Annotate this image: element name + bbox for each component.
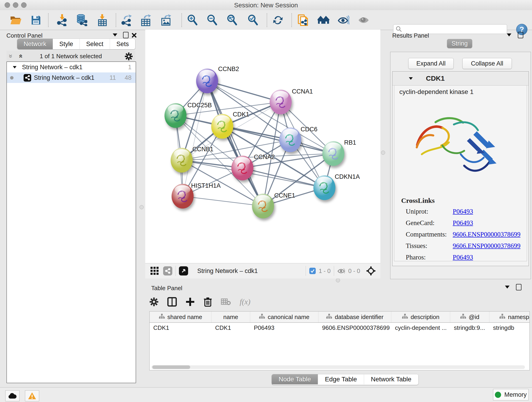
first-neighbors-icon[interactable] — [317, 14, 329, 26]
selected-checkbox-icon[interactable] — [309, 268, 316, 274]
show-columns-icon[interactable] — [167, 297, 177, 307]
gene-section-header[interactable]: CDK1 — [393, 71, 529, 85]
column-header-shared-name[interactable]: shared name — [150, 312, 211, 322]
table-cell[interactable]: stringdb:9... — [450, 324, 489, 332]
crosslink-link[interactable]: 9606.ENSP00000378699 — [453, 242, 520, 249]
import-network-database-icon[interactable] — [76, 14, 88, 26]
column-label: shared name — [167, 313, 202, 321]
column-header-database-identifier[interactable]: database identifier — [318, 312, 391, 322]
function-builder-icon[interactable]: f(x) — [240, 298, 250, 306]
tab-select[interactable]: Select — [80, 39, 110, 49]
delete-trash-icon[interactable] — [203, 297, 212, 307]
tab-node-table[interactable]: Node Table — [272, 374, 318, 384]
apply-layout-icon[interactable] — [272, 14, 284, 26]
bottom-splitter-handle[interactable] — [336, 278, 340, 282]
node-CCNB2[interactable] — [196, 69, 218, 93]
right-splitter-handle[interactable] — [381, 151, 385, 155]
show-all-icon[interactable] — [358, 14, 370, 26]
expand-all-button[interactable]: Expand All — [408, 58, 454, 69]
column-header-namespace[interactable]: namespace — [489, 312, 530, 322]
table-row[interactable]: CDK1CDK1P064939606.ENSP00000378699cyclin… — [150, 323, 530, 333]
table-cell[interactable]: 9606.ENSP00000378699 — [318, 324, 391, 332]
node-gloss — [317, 177, 332, 185]
tab-sets[interactable]: Sets — [110, 39, 135, 49]
node-CCNE1[interactable] — [252, 194, 274, 218]
crosslink-link[interactable]: 9606.ENSP00000378699 — [453, 230, 520, 238]
open-session-icon[interactable] — [10, 14, 22, 26]
network-canvas[interactable]: CCNB2CCNA1CDC25BCDK1CDC6RB1CCNB1CCNA2CDK… — [145, 30, 380, 263]
node-gloss — [326, 143, 341, 151]
node-CDC6[interactable] — [279, 128, 301, 152]
pan-crosshair-icon[interactable] — [366, 266, 376, 276]
results-panel-menu-icon[interactable] — [507, 33, 511, 36]
tab-string[interactable]: String — [447, 39, 472, 48]
node-CDC25B[interactable] — [165, 103, 186, 128]
grid-mode-icon[interactable] — [150, 267, 159, 275]
table-cell[interactable]: stringdb — [489, 324, 530, 332]
import-table-icon[interactable] — [96, 14, 108, 26]
zoom-selected-icon[interactable] — [247, 14, 259, 26]
zoom-fit-icon[interactable] — [226, 14, 238, 26]
add-column-icon[interactable] — [186, 297, 195, 306]
column-header-name[interactable]: name — [211, 312, 250, 322]
network-collection-row[interactable]: String Network – cdk1 1 — [7, 62, 136, 72]
node-CCNA2[interactable] — [231, 156, 253, 180]
node-RB1[interactable] — [322, 141, 344, 166]
control-panel-close-icon[interactable] — [131, 32, 136, 38]
import-network-icon[interactable] — [56, 14, 68, 26]
collapse-all-button[interactable]: Collapse All — [462, 58, 512, 69]
network-badge-icon[interactable] — [163, 266, 172, 275]
table-horizontal-scrollbar[interactable] — [152, 365, 525, 369]
table-panel-float-icon[interactable] — [516, 284, 521, 290]
network-from-selection-icon[interactable] — [297, 14, 309, 26]
left-splitter-handle[interactable] — [139, 205, 144, 209]
tab-style[interactable]: Style — [53, 39, 80, 49]
node-CCNB1[interactable] — [171, 148, 193, 172]
crosslink-link[interactable]: P06493 — [453, 219, 520, 227]
column-header-canonical-name[interactable]: canonical name — [250, 312, 318, 322]
table-settings-gear-icon[interactable] — [149, 297, 158, 306]
results-panel-float-icon[interactable] — [518, 32, 523, 38]
column-header-@id[interactable]: @id — [450, 312, 489, 322]
export-network-icon[interactable] — [120, 14, 132, 26]
export-image-icon[interactable] — [160, 14, 172, 26]
table-cell[interactable]: CDK1 — [211, 324, 250, 332]
table-cell[interactable]: P06493 — [250, 324, 318, 332]
node-table[interactable]: shared namenamecanonical namedatabase id… — [149, 311, 530, 370]
crosslinks-title: CrossLinks — [401, 197, 520, 204]
delete-table-icon[interactable] — [221, 298, 231, 306]
search-input[interactable] — [402, 26, 499, 32]
hide-selection-icon[interactable] — [337, 14, 349, 26]
gene-collapse-icon[interactable] — [409, 77, 413, 80]
network-options-gear-icon[interactable] — [125, 52, 133, 61]
network-row[interactable]: String Network – cdk1 11 48 — [7, 72, 136, 83]
scrollbar-thumb[interactable] — [152, 365, 190, 369]
export-table-icon[interactable] — [140, 14, 152, 26]
tab-network-table[interactable]: Network Table — [364, 374, 418, 384]
table-cell[interactable]: CDK1 — [150, 324, 211, 332]
column-header-description[interactable]: description — [391, 312, 450, 322]
crosslink-link[interactable]: P06493 — [453, 208, 520, 215]
node-CDK1[interactable] — [211, 114, 233, 139]
control-panel-menu-icon[interactable] — [113, 33, 117, 36]
control-panel-float-icon[interactable] — [123, 32, 128, 38]
crosslink-link[interactable]: P06493 — [453, 254, 520, 261]
save-session-icon[interactable] — [30, 14, 42, 26]
zoom-out-icon[interactable] — [206, 14, 218, 26]
column-label: namespace — [508, 313, 530, 321]
cloud-status-button[interactable] — [5, 390, 19, 401]
node-CCNA1[interactable] — [270, 89, 292, 114]
table-panel-menu-icon[interactable] — [505, 286, 510, 288]
birds-eye-view-icon[interactable] — [179, 266, 188, 275]
network-selection-status: 1 of 1 Network selected — [6, 53, 135, 60]
collection-expand-icon[interactable] — [13, 66, 17, 68]
table-cell[interactable]: cyclin-dependent ... — [391, 324, 450, 332]
node-HIST1H1A[interactable] — [172, 184, 194, 209]
tab-edge-table[interactable]: Edge Table — [318, 374, 364, 384]
tab-network[interactable]: Network — [17, 39, 53, 49]
node-CDKN1A[interactable] — [313, 175, 336, 200]
zoom-in-icon[interactable] — [186, 14, 198, 26]
memory-button[interactable]: Memory — [493, 389, 529, 400]
warning-status-button[interactable] — [25, 390, 39, 401]
shared-column-icon — [259, 313, 265, 321]
